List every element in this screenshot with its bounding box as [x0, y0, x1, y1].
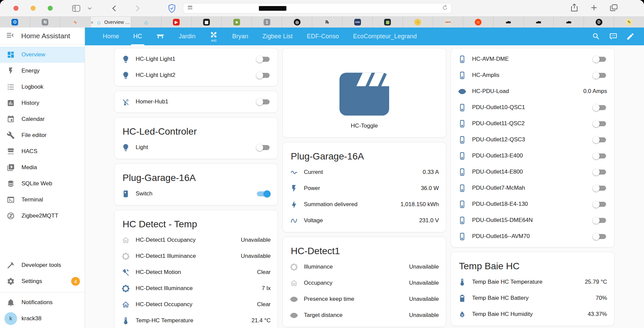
browser-tab-bricks[interactable]: ▦	[192, 17, 222, 28]
entity-toggle[interactable]	[593, 153, 606, 158]
sidebar-item-history[interactable]: History	[0, 95, 85, 111]
entity-row[interactable]: PDU-Outlet14-E800	[451, 164, 614, 180]
tab-table-nav[interactable]	[149, 28, 172, 45]
entity-toggle[interactable]	[593, 170, 606, 175]
entity-toggle[interactable]	[593, 186, 606, 191]
browser-tab-note[interactable]: ✎	[614, 17, 644, 28]
entity-toggle[interactable]	[257, 73, 270, 78]
entity-toggle[interactable]	[593, 121, 606, 126]
tab-home[interactable]: Home	[96, 28, 126, 45]
entity-row[interactable]: Temp-HC Temperature21.4 °C	[114, 313, 278, 328]
sidebar-item-media[interactable]: Media	[0, 159, 85, 176]
tab-zigbee-list[interactable]: Zigbee List	[256, 28, 300, 45]
entity-row[interactable]: HC-Detect OccupancyClear	[114, 296, 278, 313]
entity-row[interactable]: Switch	[114, 186, 278, 202]
entity-row[interactable]: PDU-Outlet13-E400	[451, 148, 614, 164]
entity-toggle[interactable]	[593, 137, 606, 142]
sidebar-item-calendar[interactable]: Calendar	[0, 111, 85, 127]
browser-tab-one[interactable]: 1	[252, 17, 282, 28]
tab-fan-nav[interactable]: A/C	[202, 28, 225, 45]
entity-row[interactable]: HC-Detect Illuminance7 lx	[114, 280, 278, 296]
sidebar-item-sqlite-web[interactable]: SQLite Web	[0, 176, 85, 192]
entity-row[interactable]: Temp Baie HC Temperature25.79 °C	[451, 274, 614, 290]
entity-row[interactable]: Voltage231.0 V	[283, 213, 446, 229]
browser-tab-hdfr[interactable]: HDFR	[433, 17, 463, 28]
sidebar-item-terminal[interactable]: Terminal	[0, 192, 85, 208]
browser-tab-reddit[interactable]: ☺	[463, 17, 494, 28]
sidebar-item-overview[interactable]: Overview	[0, 47, 85, 63]
browser-tab-notion[interactable]: N	[30, 17, 60, 28]
entity-row[interactable]: Presence keep timeUnavailable	[283, 291, 446, 307]
entity-row[interactable]: PDU-Outlet7-McMah	[451, 180, 614, 196]
entity-row[interactable]: Temp Baie HC Battery70%	[451, 290, 614, 306]
back-button[interactable]	[112, 5, 116, 12]
reload-icon[interactable]	[442, 5, 448, 12]
search-button[interactable]	[592, 32, 600, 41]
entity-toggle[interactable]	[257, 99, 270, 104]
entity-toggle[interactable]	[593, 234, 606, 239]
browser-tab-camera[interactable]: ◎	[282, 17, 312, 28]
entity-toggle[interactable]	[593, 57, 606, 62]
sidebar-item-zigbee2mqtt[interactable]: Zigbee2MQTT	[0, 208, 85, 224]
entity-row[interactable]: HC-PDU-Load0.0 Amps	[451, 83, 614, 99]
entity-toggle[interactable]	[257, 57, 270, 62]
entity-toggle[interactable]	[257, 191, 270, 196]
browser-tab-pixel[interactable]: ▦	[373, 17, 403, 28]
tab-overview-icon[interactable]	[610, 4, 617, 12]
entity-row[interactable]: Current0.33 A	[283, 164, 446, 180]
entity-row[interactable]: Temp Baie HC Humidity43.37%	[451, 306, 614, 322]
browser-tab-rx[interactable]: ℞	[312, 17, 342, 28]
entity-row[interactable]: HC-Light Light2	[114, 67, 278, 83]
sidebar-item-file-editor[interactable]: File editor	[0, 127, 85, 143]
new-tab-icon[interactable]	[591, 4, 597, 12]
entity-row[interactable]: HC-Light Light1	[114, 51, 278, 67]
button-card-hc-toggle[interactable]: HC-Toggle	[282, 48, 446, 138]
entity-row[interactable]: HC-Detect1 IlluminanceUnavailable	[114, 248, 278, 264]
sidebar-item-hacs[interactable]: HACSHACS	[0, 143, 85, 159]
sidebar-user[interactable]: kkrack38	[0, 311, 85, 327]
forward-button[interactable]	[136, 5, 140, 12]
entity-row[interactable]: PDU-Outlet12-QSC3	[451, 132, 614, 148]
sidebar-item-notifications[interactable]: Notifications	[0, 294, 85, 311]
browser-tab-d-circle[interactable]: D	[584, 17, 614, 28]
entity-row[interactable]: HC-AVM-DME	[451, 51, 614, 67]
entity-row[interactable]: PDU-Outlet11-QSC2	[451, 115, 614, 132]
entity-row[interactable]: Summation delivered1,018.150 kWh	[283, 196, 446, 213]
address-bar[interactable]	[183, 3, 452, 13]
privacy-shield-icon[interactable]	[168, 4, 176, 14]
sidebar-item-energy[interactable]: Energy	[0, 63, 85, 79]
entity-row[interactable]: OccupancyUnavailable	[283, 275, 446, 291]
browser-tab-gsm[interactable]: GSM	[342, 17, 373, 28]
browser-tab-youtube[interactable]: ▶	[162, 17, 192, 28]
assist-chat-button[interactable]	[609, 32, 617, 41]
entity-row[interactable]: IlluminanceUnavailable	[283, 259, 446, 275]
tab-jardin[interactable]: Jardin	[172, 28, 202, 45]
share-icon[interactable]	[571, 4, 578, 13]
menu-icon[interactable]	[6, 31, 14, 41]
browser-tab-plant[interactable]: ♣	[222, 17, 252, 28]
sidebar-item-settings[interactable]: Settings4	[0, 273, 85, 289]
entity-row[interactable]: HC-Detect MotionClear	[114, 264, 278, 280]
entity-row[interactable]: PDU-Outlet16--AVM70	[451, 228, 614, 244]
window-minimize-button[interactable]	[31, 6, 36, 11]
window-close-button[interactable]	[13, 6, 18, 11]
edit-dashboard-button[interactable]	[626, 32, 635, 41]
entity-row[interactable]: HC-Detect1 OccupancyUnavailable	[114, 232, 278, 248]
entity-toggle[interactable]	[257, 145, 270, 150]
tab-hc[interactable]: HC	[126, 28, 149, 45]
entity-toggle[interactable]	[593, 73, 606, 78]
browser-tab-chart[interactable]: ▅▇▆	[524, 17, 554, 28]
entity-row[interactable]: Target distanceUnavailable	[283, 307, 446, 323]
entity-toggle[interactable]	[593, 218, 606, 223]
entity-row[interactable]: PDU-Outlet15-DME64N	[451, 212, 614, 228]
sidebar-toggle-icon[interactable]	[72, 5, 80, 12]
tab-edf-conso[interactable]: EDF-Conso	[300, 28, 346, 45]
entity-row[interactable]: Homer-Hub1	[114, 94, 278, 110]
browser-tab-chart[interactable]: ▅▇▆	[554, 17, 584, 28]
tab-close-icon[interactable]: ×	[91, 19, 94, 25]
entity-row[interactable]: Power36.0 W	[283, 180, 446, 196]
entity-toggle[interactable]	[593, 202, 606, 207]
browser-tab-outlook[interactable]: O	[0, 17, 30, 28]
browser-tab-home-assistant[interactable]: ⌂	[131, 17, 162, 28]
chevron-down-icon[interactable]	[88, 7, 92, 10]
